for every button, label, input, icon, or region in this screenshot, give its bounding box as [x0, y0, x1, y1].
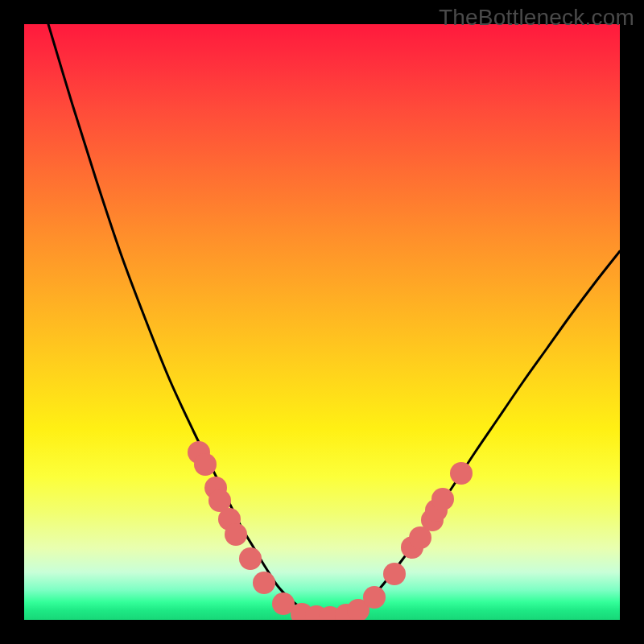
watermark-text: TheBottleneck.com [439, 5, 634, 31]
plot-area [24, 24, 620, 620]
chart-frame: TheBottleneck.com [0, 0, 644, 644]
